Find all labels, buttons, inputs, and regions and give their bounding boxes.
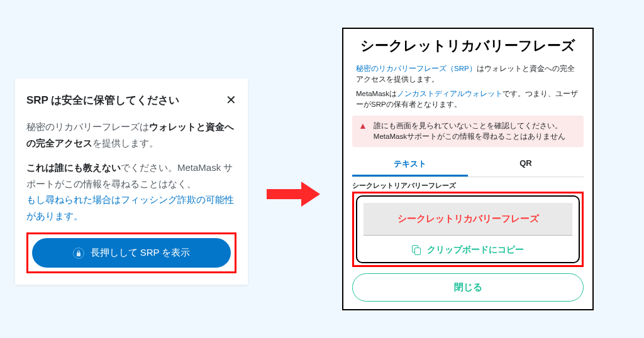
modal-header: SRP は安全に保管してください ✕ <box>26 92 236 107</box>
reveal-info2: MetaMaskはノンカストディアルウォレットです。つまり、ユーザーがSRPの保… <box>352 89 584 111</box>
para1-text-c: を提供します。 <box>92 138 158 148</box>
arrow-icon <box>267 182 323 207</box>
srp-warning-modal: SRP は安全に保管してください ✕ 秘密のリカバリーフレーズはウォレットと資金… <box>15 79 248 285</box>
info2-text-a: MetaMaskは <box>356 90 397 97</box>
reveal-tabs: テキスト QR <box>352 153 584 177</box>
modal-para2: これは誰にも教えないでください。MetaMask サポートがこの情報を尋ねること… <box>26 160 236 224</box>
tab-qr[interactable]: QR <box>468 153 584 177</box>
tab-text[interactable]: テキスト <box>352 153 468 177</box>
modal-para1: 秘密のリカバリーフレーズはウォレットと資金への完全アクセスを提供します。 <box>26 119 236 151</box>
modal-title: SRP は安全に保管してください <box>26 93 179 107</box>
hold-button-label: 長押しして SRP を表示 <box>91 247 191 259</box>
srp-reveal-modal: シークレットリカバリーフレーズ 秘密のリカバリーフレーズ（SRP）はウォレットと… <box>342 28 594 310</box>
copy-to-clipboard-button[interactable]: クリップボードにコピー <box>364 238 572 258</box>
noncustodial-link[interactable]: ノンカストディアルウォレット <box>397 90 502 97</box>
hold-button-highlight: 長押しして SRP を表示 <box>26 232 236 273</box>
srp-phrase-placeholder: シークレットリカバリーフレーズ <box>364 203 572 236</box>
para2-text-bold: これは誰にも教えない <box>26 162 121 173</box>
para1-text-a: 秘密のリカバリーフレーズは <box>26 121 149 132</box>
modal-body: 秘密のリカバリーフレーズはウォレットと資金への完全アクセスを提供します。 これは… <box>26 119 236 273</box>
reveal-title: シークレットリカバリーフレーズ <box>352 36 584 56</box>
srp-link[interactable]: 秘密のリカバリーフレーズ（SRP） <box>356 65 477 72</box>
copy-icon <box>412 245 422 255</box>
close-icon[interactable]: ✕ <box>226 92 236 107</box>
srp-field-label: シークレットリアバリーフレーズ <box>352 181 584 190</box>
copy-label: クリップボードにコピー <box>427 244 524 256</box>
alert-triangle-icon: ▲ <box>358 121 367 143</box>
privacy-alert: ▲ 誰にも画面を見られていないことを確認してください。MetaMaskサポートが… <box>352 116 584 148</box>
alert-text: 誰にも画面を見られていないことを確認してください。MetaMaskサポートがこの… <box>374 121 577 143</box>
srp-display-box: シークレットリカバリーフレーズ クリップボードにコピー <box>356 195 580 263</box>
phishing-warning-link[interactable]: もし尋ねられた場合はフィッシング詐欺の可能性があります。 <box>26 194 234 221</box>
reveal-info1: 秘密のリカバリーフレーズ（SRP）はウォレットと資金への完全アクセスを提供します… <box>352 63 584 85</box>
srp-highlight-box: シークレットリカバリーフレーズ クリップボードにコピー <box>352 192 584 267</box>
lock-icon <box>73 248 84 259</box>
hold-to-reveal-button[interactable]: 長押しして SRP を表示 <box>32 238 231 268</box>
close-button[interactable]: 閉じる <box>352 273 584 302</box>
